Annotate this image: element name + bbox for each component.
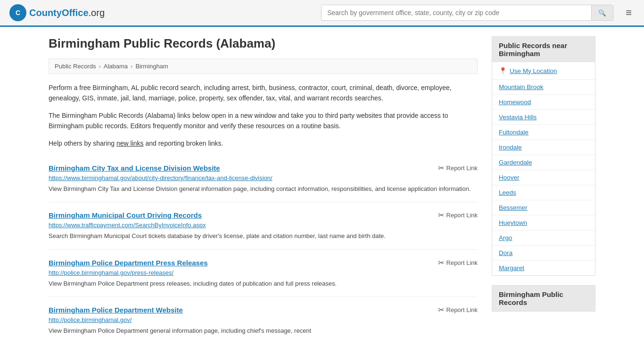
pin-icon: 📍 [499,67,507,74]
svg-text:C: C [16,9,20,16]
list-item-irondale: Irondale [492,140,595,155]
sidebar-section-1: Public Records near Birmingham [492,37,595,62]
record-desc-2: View Birmingham Police Department press … [49,279,478,288]
site-header: C CountyOffice.org 🔍 ≡ [0,0,644,27]
list-item-gardendale: Gardendale [492,155,595,170]
list-item-hoover: Hoover [492,170,595,185]
record-item-3: Birmingham Police Department Website ✂ R… [49,297,478,344]
report-icon-0: ✂ [438,164,444,173]
list-item-leeds: Leeds [492,185,595,200]
breadcrumb: Public Records › Alabama › Birmingham [49,58,478,74]
record-desc-1: Search Birmingham Municipal Court ticket… [49,231,478,241]
list-item-mountain-brook: Mountain Brook [492,80,595,95]
record-desc-3: View Birmingham Police Department genera… [49,326,478,336]
record-header-1: Birmingham Municipal Court Driving Recor… [49,211,478,220]
sidebar-section-2: Birmingham Public Records [492,286,595,311]
breadcrumb-sep-2: › [131,63,132,70]
description-3: Help others by sharing new links and rep… [49,138,478,148]
search-bar: 🔍 [321,5,613,21]
search-input[interactable] [322,5,591,20]
page-title: Birmingham Public Records (Alabama) [49,36,478,51]
record-item-1: Birmingham Municipal Court Driving Recor… [49,202,478,250]
list-item-bessemer: Bessemer [492,200,595,215]
list-item-fultondale: Fultondale [492,125,595,140]
main-container: Birmingham Public Records (Alabama) Publ… [39,27,605,354]
record-url-3[interactable]: http://police.birminghamal.gov/ [49,316,478,323]
record-header-0: Birmingham City Tax and License Division… [49,164,478,173]
record-url-0[interactable]: https://www.birminghamal.gov/about/city-… [49,174,478,181]
record-header-2: Birmingham Police Department Press Relea… [49,258,478,267]
list-item-vestavia-hills: Vestavia Hills [492,110,595,125]
description-2: The Birmingham Public Records (Alabama) … [49,110,478,132]
description-1: Perform a free Birmingham, AL public rec… [49,82,478,104]
search-button[interactable]: 🔍 [591,5,613,20]
list-item-margaret: Margaret [492,261,595,275]
report-icon-2: ✂ [438,258,444,267]
logo-icon: C [9,4,26,21]
list-item-homewood: Homewood [492,95,595,110]
logo-link[interactable]: C CountyOffice.org [9,4,105,21]
list-item-argo: Argo [492,230,595,246]
use-location-row: 📍 Use My Location [492,62,595,80]
record-title-2[interactable]: Birmingham Police Department Press Relea… [49,259,208,267]
record-url-2[interactable]: http://police.birminghamal.gov/press-rel… [49,269,478,276]
report-link-button-1[interactable]: ✂ Report Link [438,211,478,220]
sidebar-birmingham-box: Birmingham Public Records [492,285,595,312]
record-title-3[interactable]: Birmingham Police Department Website [49,306,183,314]
logo-text: CountyOffice.org [29,8,105,18]
search-icon: 🔍 [598,9,606,16]
report-link-button-0[interactable]: ✂ Report Link [438,164,478,173]
list-item-hueytown: Hueytown [492,215,595,230]
main-content: Birmingham Public Records (Alabama) Publ… [49,36,478,344]
sidebar: Public Records near Birmingham 📍 Use My … [492,36,595,344]
new-links-link[interactable]: new links [116,140,144,147]
list-item-dora: Dora [492,246,595,261]
use-my-location-link[interactable]: Use My Location [510,67,557,74]
record-title-1[interactable]: Birmingham Municipal Court Driving Recor… [49,211,202,219]
record-title-0[interactable]: Birmingham City Tax and License Division… [49,164,220,172]
breadcrumb-alabama[interactable]: Alabama [104,63,128,70]
sidebar-nearby-list: Mountain Brook Homewood Vestavia Hills F… [492,80,595,275]
sidebar-section-2-title: Birmingham Public Records [499,290,563,306]
sidebar-section-1-title: Public Records near Birmingham [499,41,567,58]
report-link-button-2[interactable]: ✂ Report Link [438,258,478,267]
record-item-0: Birmingham City Tax and License Division… [49,155,478,203]
report-icon-3: ✂ [438,305,444,314]
record-desc-0: View Birmingham City Tax and License Div… [49,184,478,194]
breadcrumb-birmingham: Birmingham [135,63,168,70]
report-icon-1: ✂ [438,211,444,220]
hamburger-icon: ≡ [626,7,632,18]
breadcrumb-sep-1: › [99,63,100,70]
record-item-2: Birmingham Police Department Press Relea… [49,250,478,297]
sidebar-nearby-box: Public Records near Birmingham 📍 Use My … [492,36,595,276]
hamburger-menu-button[interactable]: ≡ [623,4,635,22]
record-url-1[interactable]: https://www.trafficpayment.com/SearchByI… [49,222,478,229]
breadcrumb-public-records[interactable]: Public Records [55,63,96,70]
report-link-button-3[interactable]: ✂ Report Link [438,305,478,314]
record-header-3: Birmingham Police Department Website ✂ R… [49,305,478,314]
